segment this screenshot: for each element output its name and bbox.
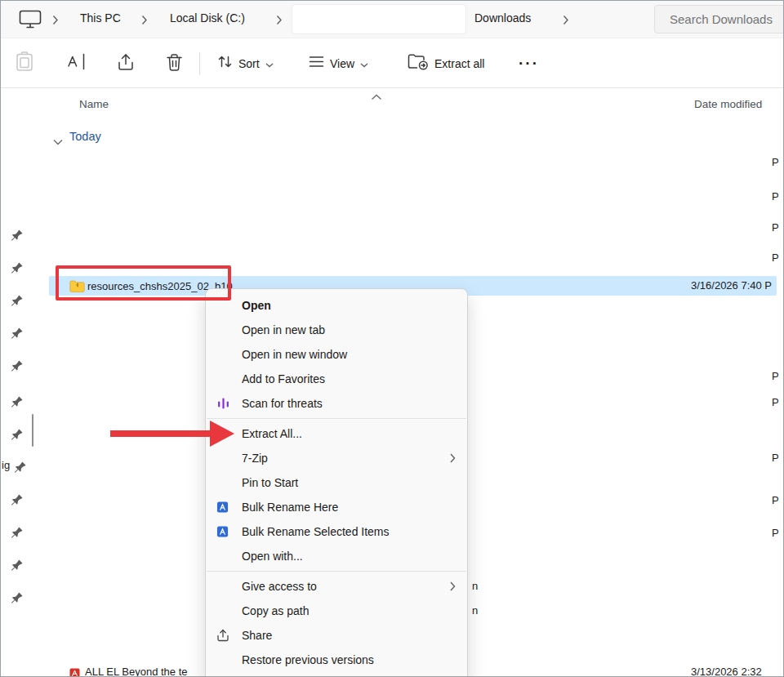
menu-item-label: Restore previous versions [242, 653, 374, 666]
menu-item-bulk-rename-here[interactable]: Bulk Rename Here [206, 495, 467, 519]
search-input[interactable] [655, 6, 784, 33]
annotation-highlight-rectangle [56, 265, 231, 301]
menu-item-give-access-to[interactable]: Give access to [206, 574, 467, 599]
scrollbar-thumb[interactable] [32, 414, 33, 447]
menu-item-open-with[interactable]: Open with... [206, 544, 467, 568]
sort-label: Sort [238, 57, 260, 70]
share-button[interactable] [112, 38, 140, 88]
breadcrumb-chevron-icon[interactable] [276, 14, 283, 29]
menu-item-label: Scan for threats [242, 397, 323, 410]
group-collapse-chevron-icon[interactable] [53, 134, 63, 149]
clipped-row-text: n [472, 604, 478, 617]
menu-item-restore-previous-versions[interactable]: Restore previous versions [206, 648, 467, 672]
menu-item-7-zip[interactable]: 7-Zip [206, 446, 467, 470]
menu-separator [207, 418, 466, 419]
pushpin-icon[interactable] [11, 229, 23, 245]
menu-item-label: Bulk Rename Selected Items [242, 525, 390, 538]
annotation-arrow [110, 419, 234, 452]
bulk-rename-icon [216, 501, 229, 514]
pushpin-icon[interactable] [11, 360, 23, 376]
menu-item-label: Open in new tab [242, 323, 325, 336]
see-more-button[interactable]: ··· [514, 38, 544, 88]
file-explorer-window: This PC Local Disk (C:) Downloads [0, 0, 784, 677]
view-button[interactable]: View [304, 38, 373, 88]
rename-icon [66, 53, 87, 73]
paste-button[interactable] [11, 38, 38, 88]
delete-button[interactable] [161, 38, 188, 88]
share-icon [117, 53, 135, 74]
extract-all-button[interactable]: Extract all [403, 38, 489, 88]
submenu-chevron-icon [450, 453, 456, 463]
clipped-date-text: P [772, 190, 779, 203]
address-bar: This PC Local Disk (C:) Downloads [1, 1, 784, 38]
clipped-date-text: P [772, 156, 779, 168]
breadcrumb-chevron-icon[interactable] [141, 14, 148, 29]
address-bar-segment[interactable] [292, 4, 466, 34]
pushpin-icon[interactable] [11, 396, 23, 412]
breadcrumb-chevron-icon[interactable] [52, 14, 59, 29]
menu-item-label: Extract All... [242, 427, 302, 440]
file-name: ALL EL Beyond the te [85, 666, 188, 677]
selected-file-date: 3/16/2026 7:40 P [691, 276, 772, 296]
clipped-date-text: P [772, 252, 779, 264]
pushpin-icon[interactable] [11, 559, 23, 575]
pushpin-icon[interactable] [11, 494, 23, 510]
clipped-date-text: P [772, 396, 779, 408]
paste-icon [16, 51, 33, 75]
pushpin-icon[interactable] [11, 327, 23, 343]
menu-item-open[interactable]: Open [206, 293, 467, 318]
context-menu: Open Open in new tab Open in new window … [205, 288, 468, 677]
sort-icon [217, 55, 233, 72]
pushpin-icon[interactable] [11, 295, 23, 310]
pushpin-icon[interactable] [11, 262, 23, 278]
group-header-today[interactable]: Today [69, 130, 101, 143]
command-bar: Sort View Extract all ··· [1, 38, 784, 88]
clipped-date-text: P [772, 494, 779, 506]
menu-item-pin-to-start[interactable]: Pin to Start [206, 470, 467, 495]
menu-item-open-in-new-tab[interactable]: Open in new tab [206, 318, 467, 342]
sort-button[interactable]: Sort [212, 38, 278, 88]
menu-separator [207, 571, 466, 572]
menu-item-scan-for-threats[interactable]: Scan for threats [206, 391, 467, 416]
column-header-name[interactable]: Name [79, 98, 109, 110]
menu-item-label: Open in new window [242, 348, 347, 361]
sort-ascending-icon[interactable] [371, 89, 382, 104]
toolbar-divider [199, 52, 200, 75]
pushpin-icon[interactable] [11, 429, 23, 444]
trash-icon [166, 53, 183, 74]
clipped-date-text: P [772, 452, 779, 464]
clipped-sidebar-text: ig [2, 459, 10, 471]
breadcrumb-this-pc[interactable]: This PC [80, 11, 121, 24]
defender-scan-icon [216, 397, 230, 410]
pushpin-icon[interactable] [11, 527, 23, 542]
pushpin-icon[interactable] [11, 592, 23, 608]
file-date: 3/13/2026 2:32 [691, 666, 762, 677]
clipped-date-text: P [772, 370, 779, 382]
red-file-icon [69, 667, 80, 677]
menu-item-bulk-rename-selected-items[interactable]: Bulk Rename Selected Items [206, 519, 467, 544]
menu-item-share[interactable]: Share [206, 623, 467, 648]
bulk-rename-icon [216, 526, 229, 538]
menu-item-label: Add to Favorites [242, 372, 325, 385]
chevron-down-icon [360, 56, 368, 71]
chevron-down-icon [265, 56, 274, 71]
rename-button[interactable] [61, 38, 91, 88]
menu-item-open-in-new-window[interactable]: Open in new window [206, 342, 467, 367]
clipped-row-text: n [472, 580, 478, 592]
submenu-chevron-icon [450, 581, 456, 591]
menu-item-label: Share [242, 629, 272, 642]
column-header-date-modified[interactable]: Date modified [694, 98, 762, 110]
menu-item-extract-all[interactable]: Extract All... [206, 421, 467, 446]
menu-item-label: Give access to [242, 580, 317, 593]
clipped-date-text: P [772, 221, 779, 234]
menu-item-copy-as-path[interactable]: Copy as path [206, 599, 467, 623]
menu-item-label: Copy as path [242, 604, 310, 617]
breadcrumb-chevron-icon[interactable] [563, 14, 569, 29]
breadcrumb-downloads[interactable]: Downloads [474, 11, 531, 24]
menu-item-add-to-favorites[interactable]: Add to Favorites [206, 367, 467, 391]
menu-item-label: 7-Zip [242, 452, 268, 465]
clipped-date-text: P [772, 527, 779, 539]
view-label: View [330, 57, 354, 70]
pushpin-icon[interactable] [14, 461, 26, 477]
breadcrumb-local-disk-c[interactable]: Local Disk (C:) [170, 11, 245, 24]
